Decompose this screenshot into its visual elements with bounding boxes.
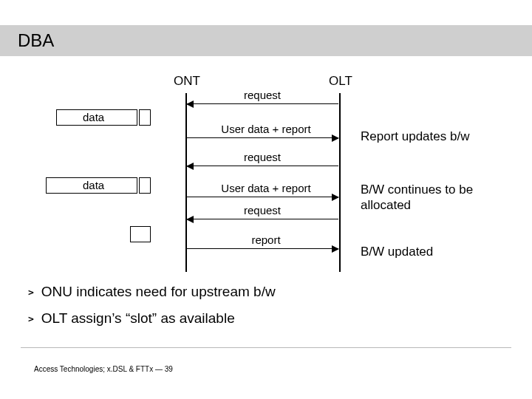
arrow-userdata-2	[187, 197, 338, 197]
annotation-bw-updated: B/W updated	[361, 244, 508, 259]
annotation-report-updates: Report updates b/w	[361, 129, 508, 144]
arrow-report	[187, 248, 338, 249]
sequence-diagram: ONT OLT data data request User data + re…	[0, 71, 532, 278]
slide-title-bar: DBA	[0, 25, 532, 56]
arrow-request-2	[187, 166, 338, 166]
olt-label: OLT	[322, 74, 359, 89]
arrow-label-userdata-1: User data + report	[207, 123, 325, 135]
footer-divider	[21, 347, 511, 348]
chevron-right-icon: >	[28, 287, 34, 298]
data-packet-tail-2	[139, 177, 151, 194]
data-packet-label-2: data	[83, 179, 104, 191]
arrow-label-report: report	[236, 233, 296, 246]
bullet-item: > ONU indicates need for upstream b/w	[28, 284, 276, 300]
arrow-label-request-1: request	[222, 89, 303, 101]
bullet-item: > OLT assign’s “slot” as available	[28, 310, 276, 327]
arrow-label-userdata-2: User data + report	[207, 182, 325, 194]
bullet-text: ONU indicates need for upstream b/w	[41, 284, 276, 300]
ont-lifeline	[185, 93, 187, 272]
olt-lifeline	[339, 93, 341, 272]
annotation-bw-continues: B/W continues to be allocated	[361, 182, 508, 214]
bullet-text: OLT assign’s “slot” as available	[41, 310, 235, 327]
ont-label: ONT	[168, 74, 205, 89]
arrow-request-3	[187, 219, 338, 219]
arrow-userdata-1	[187, 137, 338, 138]
chevron-right-icon: >	[28, 313, 34, 324]
arrow-label-request-3: request	[222, 204, 303, 216]
slide-title: DBA	[18, 30, 54, 51]
data-packet-label: data	[83, 111, 104, 123]
footer-text: Access Technologies; x.DSL & FTTx — 39	[34, 365, 173, 373]
arrow-label-request-2: request	[222, 151, 303, 163]
small-packet-box	[130, 226, 151, 242]
arrow-request-1	[187, 103, 338, 104]
bullet-list: > ONU indicates need for upstream b/w > …	[28, 284, 276, 337]
data-packet-tail	[139, 109, 151, 126]
